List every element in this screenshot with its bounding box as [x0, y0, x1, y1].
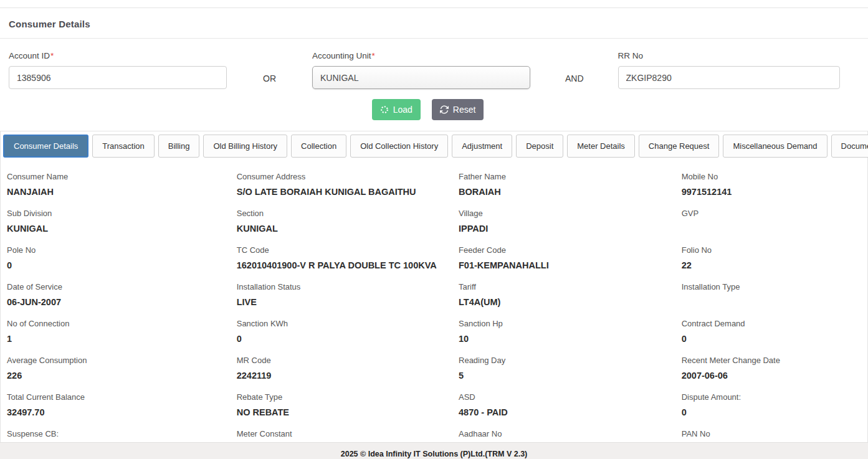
detail-field: Tariff LT4A(UM)	[459, 277, 682, 313]
field-label: Installation Type	[682, 282, 861, 291]
field-value: 162010401900-V R PALYA DOUBLE TC 100KVA	[237, 260, 452, 270]
field-value: 5	[459, 371, 675, 381]
page-header: Consumer Details	[0, 8, 868, 39]
loading-spinner-icon	[380, 105, 389, 114]
detail-field: Consumer Address S/O LATE BORAIAH KUNIGA…	[237, 166, 459, 203]
field-value: 4870 - PAID	[459, 407, 675, 417]
field-value: 0	[7, 260, 231, 270]
tab-change-request[interactable]: Change Request	[639, 135, 720, 158]
refresh-icon	[440, 105, 449, 114]
reset-button[interactable]: Reset	[432, 99, 484, 120]
field-value: 2242119	[237, 371, 452, 381]
field-value: BORAIAH	[459, 187, 675, 197]
detail-field: Mobile No 9971512141	[682, 166, 867, 203]
tab-old-collection-history[interactable]: Old Collection History	[350, 135, 448, 158]
detail-field: Consumer Name NANJAIAH	[7, 166, 237, 203]
field-label: Dispute Amount:	[682, 392, 861, 402]
tab-consumer-details[interactable]: Consumer Details	[3, 135, 88, 158]
field-value: 06-JUN-2007	[7, 297, 231, 307]
detail-field: Section KUNIGAL	[237, 203, 459, 240]
tab-deposit[interactable]: Deposit	[516, 135, 563, 158]
detail-field: Contract Demand 0	[682, 313, 867, 350]
search-form: Account ID* OR Accounting Unit* AND RR N…	[0, 39, 868, 89]
field-label: Sub Division	[7, 209, 231, 218]
top-strip	[0, 0, 868, 8]
field-label: Recent Meter Change Date	[682, 356, 861, 365]
field-value: 0	[682, 334, 861, 344]
accounting-unit-input[interactable]	[312, 66, 530, 89]
account-id-label: Account ID*	[9, 51, 227, 60]
rr-no-group: RR No	[618, 51, 840, 89]
field-value: 0	[237, 334, 452, 344]
field-value: IPPADI	[459, 224, 675, 234]
field-label: Contract Demand	[682, 319, 861, 328]
detail-field: Sub Division KUNIGAL	[7, 203, 237, 240]
detail-field: ASD 4870 - PAID	[459, 387, 682, 424]
field-label: Total Current Balance	[7, 392, 231, 402]
field-label: Suspense CB:	[7, 429, 231, 438]
detail-field: Feeder Code F01-KEMPANAHALLI	[459, 240, 682, 277]
field-label: Meter Constant	[237, 429, 452, 438]
tab-meter-details[interactable]: Meter Details	[567, 135, 635, 158]
field-value: NANJAIAH	[7, 187, 231, 197]
detail-field: Total Current Balance 32497.70	[7, 387, 237, 424]
field-label: MR Code	[237, 356, 452, 365]
or-label: OR	[263, 73, 276, 83]
detail-field: Rebate Type NO REBATE	[237, 387, 459, 424]
tab-old-billing-history[interactable]: Old Billing History	[203, 135, 287, 158]
detail-field: Date of Service 06-JUN-2007	[7, 277, 237, 313]
field-label: Consumer Name	[7, 172, 231, 181]
detail-field: Pole No 0	[7, 240, 237, 277]
rr-no-input[interactable]	[618, 66, 840, 89]
rr-no-label: RR No	[618, 51, 840, 60]
footer-text: 2025 © Idea Infinity IT Solutions (P)Ltd…	[341, 450, 528, 458]
field-label: TC Code	[237, 245, 452, 255]
detail-field: Installation Type	[682, 277, 867, 313]
detail-field: Father Name BORAIAH	[459, 166, 682, 203]
detail-field: No of Connection 1	[7, 313, 237, 350]
field-label: Installation Status	[237, 282, 452, 291]
account-id-group: Account ID*	[9, 51, 227, 89]
field-value: F01-KEMPANAHALLI	[459, 260, 675, 270]
field-value: 22	[682, 260, 861, 270]
detail-field: GVP	[682, 203, 867, 240]
field-value: 9971512141	[682, 187, 861, 197]
required-asterisk: *	[50, 51, 54, 60]
detail-field: Sanction Hp 10	[459, 313, 682, 350]
tab-billing[interactable]: Billing	[158, 135, 200, 158]
field-label: GVP	[682, 209, 861, 218]
field-value: LIVE	[237, 297, 452, 307]
detail-field: Installation Status LIVE	[237, 277, 459, 313]
field-value: 2007-06-06	[682, 371, 861, 381]
page-title: Consumer Details	[9, 19, 859, 29]
accounting-unit-group: Accounting Unit*	[312, 51, 530, 89]
detail-field: MR Code 2242119	[237, 350, 459, 387]
field-label: Aadhaar No	[459, 429, 675, 438]
field-label: Tariff	[459, 282, 675, 291]
tab-adjustment[interactable]: Adjustment	[452, 135, 512, 158]
details-grid: Consumer Name NANJAIAH Consumer Address …	[1, 158, 867, 459]
field-value: 1	[7, 334, 231, 344]
and-label: AND	[565, 73, 584, 83]
detail-field: Village IPPADI	[459, 203, 682, 240]
tab-miscellaneous-demand[interactable]: Miscellaneous Demand	[723, 135, 827, 158]
tab-transaction[interactable]: Transaction	[92, 135, 154, 158]
footer: 2025 © Idea Infinity IT Solutions (P)Ltd…	[0, 442, 868, 459]
field-label: Pole No	[7, 245, 231, 255]
load-button[interactable]: Load	[372, 99, 421, 120]
detail-field: Folio No 22	[682, 240, 867, 277]
field-label: Average Consumption	[7, 356, 231, 365]
field-label: Sanction KWh	[237, 319, 452, 328]
detail-field: Dispute Amount: 0	[682, 387, 867, 424]
tab-collection[interactable]: Collection	[291, 135, 346, 158]
tab-documents[interactable]: Documents	[831, 135, 868, 158]
consumer-panel: Consumer DetailsTransactionBillingOld Bi…	[0, 131, 868, 459]
field-label: ASD	[459, 392, 675, 402]
field-label: Village	[459, 209, 675, 218]
field-label: Sanction Hp	[459, 319, 675, 328]
field-value: NO REBATE	[237, 407, 452, 417]
account-id-input[interactable]	[9, 66, 227, 89]
detail-field: Reading Day 5	[459, 350, 682, 387]
detail-field: Sanction KWh 0	[237, 313, 459, 350]
field-label: PAN No	[682, 429, 861, 438]
